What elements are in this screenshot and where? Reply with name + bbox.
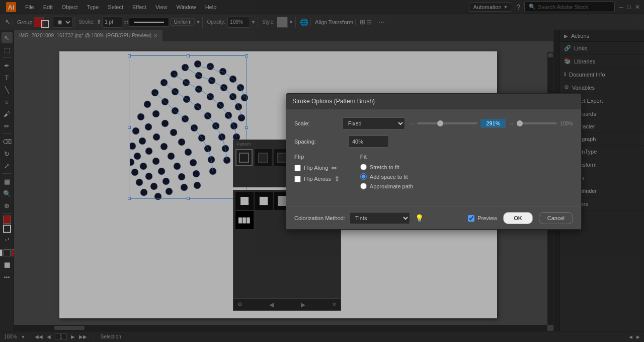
properties-icon[interactable]: ⋯ xyxy=(378,18,385,26)
menu-type[interactable]: Type xyxy=(83,2,103,12)
approx-row: Approximate path xyxy=(360,183,413,189)
cancel-button[interactable]: Cancel xyxy=(539,212,573,224)
search-box[interactable]: 🔍 xyxy=(524,2,615,12)
tile-2[interactable] xyxy=(255,192,273,210)
direct-selection-tool[interactable]: ⬚ xyxy=(2,44,13,55)
menu-effect[interactable]: Effect xyxy=(128,2,150,12)
distribute-icon[interactable]: ⊟ xyxy=(366,18,372,26)
page-nav-next[interactable]: ▶▶ xyxy=(79,334,87,339)
flip-across-label: Flip Across xyxy=(304,176,331,182)
stretch-row: Stretch to fit xyxy=(360,164,413,170)
add-space-radio[interactable] xyxy=(360,173,367,180)
tile-row2[interactable]: ▉▉▉ xyxy=(235,211,254,229)
brush-prev-icon[interactable]: ◀ xyxy=(269,301,274,308)
rotate-tool[interactable]: ↻ xyxy=(2,148,13,159)
tile-1[interactable] xyxy=(235,192,254,210)
selection-tool[interactable]: ↖ xyxy=(2,32,13,43)
menu-edit[interactable]: Edit xyxy=(39,2,57,12)
eraser-tool[interactable]: ⌫ xyxy=(2,136,13,147)
preview-checkbox[interactable] xyxy=(468,215,474,222)
lightbulb-icon[interactable]: 💡 xyxy=(415,214,424,222)
app-logo: Ai xyxy=(4,0,18,14)
pen-tool[interactable]: ✒ xyxy=(2,60,13,71)
menu-view[interactable]: View xyxy=(151,2,172,12)
automation-dropdown-icon[interactable]: ▼ xyxy=(504,5,508,10)
zoom-tool[interactable]: ⊕ xyxy=(2,200,13,211)
ok-button[interactable]: OK xyxy=(503,212,533,224)
page-nav-prev[interactable]: ◀◀ xyxy=(35,334,43,339)
pencil-tool[interactable]: ✏ xyxy=(2,120,13,131)
shape-tool[interactable]: ○ xyxy=(2,96,13,107)
stroke-value-input[interactable] xyxy=(102,17,122,28)
selection-tool-icon[interactable]: ↖ xyxy=(5,18,11,26)
toolbar-select-group: ↖ xyxy=(3,18,13,26)
globe-icon[interactable]: 🌐 xyxy=(300,18,308,26)
panel-links[interactable]: 🔗 Links xyxy=(560,42,644,55)
normal-mode[interactable] xyxy=(0,249,3,256)
flip-across-checkbox[interactable] xyxy=(294,176,301,182)
stroke-tool[interactable] xyxy=(3,225,11,233)
swap-colors-icon[interactable]: ⇄ xyxy=(2,234,13,245)
dark-mode[interactable] xyxy=(4,249,11,256)
zoom-dropdown-icon[interactable]: ▼ xyxy=(21,334,26,339)
svg-point-62 xyxy=(158,168,165,175)
help-icon[interactable]: ? xyxy=(516,3,520,11)
fill-type-select[interactable]: ▣ xyxy=(53,17,72,28)
type-tool[interactable]: T xyxy=(2,72,13,83)
brush-thumb-1[interactable] xyxy=(235,149,253,166)
opacity-dropdown-icon[interactable]: ▼ xyxy=(251,20,256,25)
panel-libraries[interactable]: 📚 Libraries xyxy=(560,55,644,68)
menu-select[interactable]: Select xyxy=(104,2,127,12)
brush-thumb-2[interactable] xyxy=(255,149,272,166)
arrange-icon[interactable]: ⊞ xyxy=(360,18,365,26)
scale-slider-2[interactable] xyxy=(517,122,557,124)
eyedropper-tool[interactable]: 🔍 xyxy=(2,188,13,199)
stroke-color-swatch[interactable] xyxy=(41,20,49,28)
style-preview[interactable] xyxy=(277,17,288,28)
scale-value[interactable]: 291% xyxy=(480,119,506,128)
scale-slider[interactable] xyxy=(417,122,477,124)
menu-window[interactable]: Window xyxy=(173,2,200,12)
brush-next-icon[interactable]: ▶ xyxy=(301,301,305,308)
window-minimize-icon[interactable]: ─ xyxy=(619,4,623,11)
more-tools[interactable]: ••• xyxy=(2,271,13,283)
horizontal-scrollbar[interactable] xyxy=(14,325,547,331)
nav-left-icon[interactable]: ◀ xyxy=(629,334,632,339)
panel-variables[interactable]: ⚙ Variables xyxy=(560,81,644,94)
actions-header[interactable]: ▶ Actions xyxy=(560,30,644,42)
scroll-thumb[interactable] xyxy=(548,53,553,57)
panel-document-info[interactable]: ℹ Document Info xyxy=(560,68,644,81)
gradient-tool[interactable]: ▦ xyxy=(2,176,13,187)
page-nav-forward[interactable]: ▶ xyxy=(71,334,75,339)
menu-file[interactable]: File xyxy=(21,2,38,12)
h-scroll-thumb[interactable] xyxy=(54,326,85,330)
window-maximize-icon[interactable]: □ xyxy=(627,4,631,11)
tab-close-icon[interactable]: ✕ xyxy=(153,33,157,38)
search-input[interactable] xyxy=(538,4,608,10)
stretch-radio[interactable] xyxy=(360,164,367,170)
toolbar-opacity-group: Opacity: ▼ xyxy=(205,17,258,28)
scale-tool[interactable]: ⤢ xyxy=(2,160,13,171)
flip-along-checkbox[interactable] xyxy=(294,165,301,171)
page-nav-back[interactable]: ◀ xyxy=(47,334,51,339)
fill-tool[interactable] xyxy=(3,216,11,224)
active-tab[interactable]: IMG_20201009_161732.jpg* @ 100% (RGB/GPU… xyxy=(14,30,163,41)
menu-help[interactable]: Help xyxy=(201,2,221,12)
artboard-tool[interactable]: ⬜ xyxy=(2,259,13,270)
line-tool[interactable]: ╲ xyxy=(2,84,13,95)
brush-delete-icon[interactable]: ✕ xyxy=(332,301,337,308)
nav-right-icon[interactable]: ▶ xyxy=(636,334,640,339)
brush-settings-icon[interactable]: ⚙ xyxy=(237,301,243,308)
approx-radio[interactable] xyxy=(360,183,367,189)
paintbrush-tool[interactable]: 🖌 xyxy=(2,108,13,119)
opacity-input[interactable] xyxy=(227,17,250,28)
style-dropdown-icon[interactable]: ▼ xyxy=(289,20,293,25)
menu-object[interactable]: Object xyxy=(58,2,82,12)
page-number-input[interactable] xyxy=(55,333,67,340)
stroke-dropdown-icon[interactable]: ▼ xyxy=(196,20,200,25)
flip-section: Flip Flip Along ⇔ Flip Across ⇕ xyxy=(294,154,340,192)
colorization-select[interactable]: Tints None Tints and Shades Hue Shift xyxy=(350,212,410,224)
scale-select[interactable]: Fixed Auto xyxy=(343,117,406,129)
spacing-input[interactable] xyxy=(349,135,389,148)
window-close-icon[interactable]: ✕ xyxy=(635,4,640,11)
